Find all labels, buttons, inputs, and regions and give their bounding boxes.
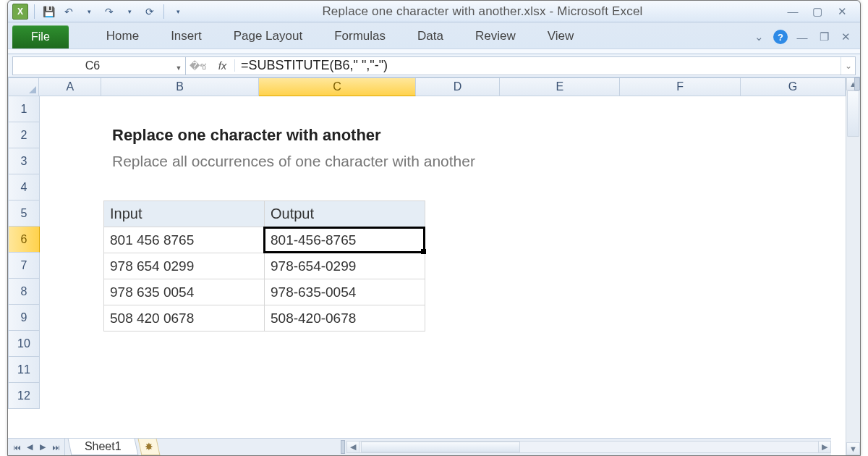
- row-header-5[interactable]: 5: [8, 200, 40, 227]
- vsplit-handle[interactable]: [854, 77, 860, 90]
- fx-icon[interactable]: fx: [210, 59, 235, 72]
- help-icon[interactable]: ?: [773, 30, 788, 44]
- table-header-input[interactable]: Input: [104, 201, 265, 227]
- row-header-12[interactable]: 12: [8, 383, 40, 409]
- column-header-G[interactable]: G: [741, 77, 846, 96]
- row-header-3[interactable]: 3: [8, 148, 40, 174]
- row-header-4[interactable]: 4: [8, 174, 40, 200]
- ribbon-collapsed-bar: [8, 48, 860, 54]
- column-header-B[interactable]: B: [101, 77, 258, 96]
- formula-expand-icon[interactable]: ⌄: [841, 57, 855, 75]
- formula-bar-row: C6 ▼ �ช fx =SUBSTITUTE(B6," ","-") ⌄: [8, 54, 860, 77]
- tab-prev-icon[interactable]: ◀: [24, 442, 35, 453]
- sheet-tab-active[interactable]: Sheet1: [68, 439, 139, 455]
- app-window: X 💾 ↶ ▾ ↷ ▾ ⟳ ▾ Replace one character wi…: [7, 0, 861, 456]
- qat-separator: [34, 4, 35, 19]
- table-row: 801 456 8765801-456-8765: [104, 227, 425, 253]
- window-controls: ― ▢ ✕: [775, 5, 860, 18]
- vscroll-down-icon[interactable]: ▼: [846, 442, 860, 455]
- qat-customize-icon[interactable]: ▾: [170, 4, 186, 20]
- ribbon-tabs: File Home Insert Page Layout Formulas Da…: [8, 22, 860, 48]
- formula-bar[interactable]: �ช fx =SUBSTITUTE(B6," ","-") ⌄: [186, 56, 856, 75]
- workbook-restore-icon[interactable]: ❐: [817, 30, 831, 44]
- hscroll-right-icon[interactable]: ▶: [818, 441, 831, 453]
- new-sheet-icon[interactable]: ✸: [137, 439, 160, 455]
- horizontal-scrollbar[interactable]: ◀ ▶: [158, 439, 831, 455]
- quick-access-toolbar: X 💾 ↶ ▾ ↷ ▾ ⟳ ▾: [8, 4, 190, 20]
- tab-formulas[interactable]: Formulas: [318, 24, 401, 48]
- tab-first-icon[interactable]: ⏮: [11, 442, 22, 453]
- column-header-C[interactable]: C: [259, 77, 416, 96]
- sheet-grid-container: ABCDEFG 123456789101112 Replace one char…: [8, 77, 846, 455]
- formula-cancel-icon: �ช: [186, 58, 210, 74]
- row-header-10[interactable]: 10: [8, 331, 40, 357]
- column-header-F[interactable]: F: [620, 77, 741, 96]
- tab-data[interactable]: Data: [401, 24, 459, 48]
- table-row: 978 654 0299978-654-0299: [104, 253, 425, 279]
- row-header-8[interactable]: 8: [8, 279, 40, 305]
- tab-insert[interactable]: Insert: [155, 24, 218, 48]
- name-box-dropdown-icon[interactable]: ▼: [172, 57, 185, 75]
- row-header-1[interactable]: 1: [8, 96, 40, 122]
- column-header-D[interactable]: D: [416, 77, 500, 96]
- row-header-6[interactable]: 6: [8, 227, 40, 253]
- column-headers: ABCDEFG: [8, 77, 846, 96]
- ribbon-minimize-chevron-icon[interactable]: ⌄: [752, 30, 766, 44]
- ribbon-right-controls: ⌄ ? ― ❐ ✕: [752, 30, 853, 44]
- select-all-corner[interactable]: [8, 77, 39, 96]
- file-tab[interactable]: File: [12, 25, 69, 48]
- sheet-tab-nav: ⏮ ◀ ▶ ⏭: [8, 439, 65, 455]
- repeat-icon[interactable]: ⟳: [142, 4, 158, 20]
- tab-split-handle[interactable]: [341, 440, 345, 454]
- name-box[interactable]: C6 ▼: [12, 56, 186, 75]
- table-header-output[interactable]: Output: [265, 201, 425, 227]
- row-header-7[interactable]: 7: [8, 253, 40, 279]
- row-header-2[interactable]: 2: [8, 122, 40, 148]
- tab-page-layout[interactable]: Page Layout: [218, 24, 318, 48]
- tab-last-icon[interactable]: ⏭: [50, 442, 61, 453]
- workbook-close-icon[interactable]: ✕: [838, 30, 853, 44]
- row-header-9[interactable]: 9: [8, 305, 40, 331]
- redo-dropdown-icon[interactable]: ▾: [122, 4, 137, 20]
- column-header-A[interactable]: A: [39, 77, 101, 96]
- window-title: Replace one character with another.xlsx …: [190, 4, 775, 19]
- row-headers: 123456789101112: [8, 96, 40, 409]
- grid[interactable]: ABCDEFG 123456789101112 Replace one char…: [8, 77, 846, 455]
- table-row: 978 635 0054978-635-0054: [104, 279, 425, 305]
- close-icon[interactable]: ✕: [834, 5, 850, 18]
- undo-icon[interactable]: ↶: [61, 4, 77, 20]
- redo-icon[interactable]: ↷: [101, 4, 117, 20]
- excel-app-icon[interactable]: X: [12, 4, 28, 20]
- vertical-scrollbar[interactable]: ▲ ▼: [846, 77, 860, 455]
- column-header-E[interactable]: E: [500, 77, 621, 96]
- formula-input[interactable]: =SUBSTITUTE(B6," ","-"): [235, 58, 841, 73]
- maximize-icon[interactable]: ▢: [809, 5, 825, 18]
- data-table: Input Output 801 456 8765801-456-8765 97…: [103, 200, 425, 332]
- sheet-area: ABCDEFG 123456789101112 Replace one char…: [8, 77, 860, 455]
- table-row: 508 420 0678508-420-0678: [104, 305, 425, 332]
- qat-separator-2: [163, 4, 164, 19]
- workbook-minimize-icon[interactable]: ―: [795, 30, 809, 44]
- name-box-value: C6: [13, 59, 172, 72]
- minimize-icon[interactable]: ―: [785, 5, 801, 18]
- undo-dropdown-icon[interactable]: ▾: [81, 4, 97, 20]
- vscroll-thumb[interactable]: [847, 90, 859, 137]
- cells-layer[interactable]: Replace one character with another Repla…: [40, 96, 846, 455]
- subheading-cell: Replace all occurrences of one character…: [108, 148, 614, 174]
- save-icon[interactable]: 💾: [41, 4, 56, 20]
- bottom-bar: ⏮ ◀ ▶ ⏭ Sheet1 ✸ ◀ ▶: [8, 438, 831, 455]
- row-header-11[interactable]: 11: [8, 357, 40, 383]
- tab-review[interactable]: Review: [459, 24, 532, 48]
- tab-view[interactable]: View: [532, 24, 590, 48]
- hscroll-left-icon[interactable]: ◀: [346, 441, 359, 453]
- tab-home[interactable]: Home: [90, 24, 155, 48]
- hscroll-thumb[interactable]: [361, 442, 520, 452]
- title-bar: X 💾 ↶ ▾ ↷ ▾ ⟳ ▾ Replace one character wi…: [8, 1, 860, 22]
- heading-cell: Replace one character with another: [108, 122, 542, 148]
- tab-next-icon[interactable]: ▶: [37, 442, 48, 453]
